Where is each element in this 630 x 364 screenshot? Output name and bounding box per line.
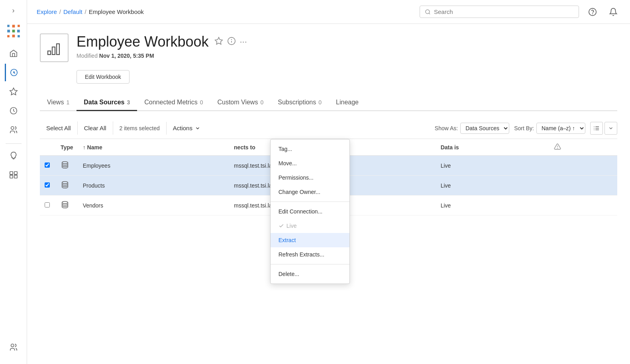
dropdown-divider-2 — [271, 264, 349, 264]
svg-point-38 — [62, 182, 68, 184]
svg-point-39 — [62, 202, 68, 204]
col-type[interactable]: Type — [56, 139, 78, 156]
svg-marker-11 — [10, 88, 17, 95]
row-name-vendors[interactable]: Vendors — [78, 196, 229, 215]
notifications-button[interactable] — [606, 5, 620, 19]
sort-by-select[interactable]: Name (a–z) ↑ — [536, 123, 585, 134]
tab-views[interactable]: Views1 — [40, 95, 77, 111]
row-data-is-vendors: Live — [436, 196, 549, 215]
breadcrumb-explore[interactable]: Explore — [37, 8, 57, 15]
sidebar-item-collections[interactable] — [5, 166, 22, 184]
favorite-icon[interactable] — [214, 37, 223, 47]
dropdown-item-change-owner[interactable]: Change Owner... — [271, 185, 349, 199]
col-data-is: Data is — [436, 139, 549, 156]
more-icon[interactable]: ··· — [240, 37, 247, 47]
sidebar-toggle[interactable]: › — [7, 4, 20, 17]
sort-by-label: Sort By: — [514, 125, 534, 131]
workbook-chart-icon — [46, 40, 62, 56]
datasource-icon — [61, 160, 69, 169]
svg-rect-22 — [48, 51, 51, 55]
svg-point-10 — [14, 72, 14, 73]
dropdown-item-refresh-extracts[interactable]: Refresh Extracts... — [271, 247, 349, 262]
dropdown-item-permissions[interactable]: Permissions... — [271, 170, 349, 185]
dropdown-item-edit-connection[interactable]: Edit Connection... — [271, 204, 349, 219]
view-icons — [590, 122, 617, 135]
search-box[interactable] — [420, 6, 579, 18]
breadcrumb-current: Employee Workbook — [89, 8, 144, 15]
actions-dropdown-menu: Tag... Move... Permissions... Change Own… — [270, 139, 350, 284]
clear-all-button[interactable]: Clear All — [78, 121, 113, 135]
show-as-select[interactable]: Data Sources — [460, 123, 509, 134]
sidebar-item-recommendations[interactable] — [5, 147, 22, 164]
svg-rect-0 — [12, 25, 15, 27]
check-icon — [279, 223, 284, 229]
svg-rect-1 — [12, 35, 15, 37]
workbook-title: Employee Workbook — [77, 33, 209, 50]
dropdown-item-delete[interactable]: Delete... — [271, 267, 349, 281]
dropdown-item-extract[interactable]: Extract — [271, 233, 349, 247]
search-input[interactable] — [434, 8, 574, 15]
row-data-is-products: Live — [436, 176, 549, 196]
row-type-products — [56, 176, 78, 196]
items-selected-count: 2 items selected — [113, 122, 167, 135]
tab-subscriptions[interactable]: Subscriptions0 — [271, 95, 329, 111]
svg-point-13 — [11, 127, 14, 129]
row-checkbox-employees[interactable] — [40, 156, 56, 176]
sidebar-item-recents[interactable] — [5, 102, 22, 119]
sidebar-item-groups[interactable] — [5, 121, 22, 139]
show-as-control: Show As: Data Sources — [435, 123, 509, 134]
tab-data-sources[interactable]: Data Sources3 — [77, 95, 137, 111]
sidebar-item-explore[interactable] — [5, 64, 22, 81]
sidebar-logo — [5, 22, 22, 40]
row-warning-products — [549, 176, 617, 196]
sort-by-control: Sort By: Name (a–z) ↑ — [514, 123, 585, 134]
svg-point-18 — [11, 344, 14, 347]
grid-view-button[interactable] — [604, 122, 617, 135]
help-button[interactable] — [585, 5, 600, 19]
dropdown-item-move[interactable]: Move... — [271, 156, 349, 170]
toolbar-right: Show As: Data Sources Sort By: Name (a–z… — [435, 122, 617, 135]
tab-connected-metrics[interactable]: Connected Metrics0 — [137, 95, 210, 111]
svg-rect-6 — [18, 25, 20, 27]
workbook-icon-box — [40, 33, 69, 62]
sidebar-item-users[interactable] — [5, 339, 22, 356]
row-name-employees[interactable]: Employees — [78, 156, 229, 176]
edit-workbook-button[interactable]: Edit Workbook — [77, 70, 130, 84]
svg-point-37 — [62, 162, 68, 164]
svg-marker-25 — [215, 37, 222, 44]
row-warning-vendors — [549, 196, 617, 215]
main-content: Explore / Default / Employee Workbook — [27, 0, 630, 364]
actions-chevron-icon — [195, 125, 200, 131]
actions-dropdown-container: Actions Tag... Move... Permissions... Ch… — [167, 121, 207, 135]
svg-rect-8 — [18, 35, 20, 37]
actions-button[interactable]: Actions — [167, 121, 207, 135]
sidebar-divider — [6, 143, 22, 144]
row-warning-employees — [549, 156, 617, 176]
svg-rect-3 — [17, 30, 20, 33]
row-checkbox-products[interactable] — [40, 176, 56, 196]
breadcrumb-sep2: / — [85, 8, 86, 15]
list-view-button[interactable] — [590, 122, 603, 135]
sidebar-item-home[interactable] — [5, 45, 22, 62]
dropdown-item-tag[interactable]: Tag... — [271, 142, 349, 156]
sidebar-item-favorites[interactable] — [5, 83, 22, 100]
data-sources-toolbar: Select All Clear All 2 items selected Ac… — [40, 117, 617, 139]
col-name[interactable]: ↑ Name — [78, 139, 229, 156]
info-icon[interactable] — [227, 37, 236, 47]
tab-lineage[interactable]: Lineage — [329, 95, 366, 111]
row-checkbox-vendors[interactable] — [40, 196, 56, 215]
tab-custom-views[interactable]: Custom Views0 — [210, 95, 271, 111]
svg-rect-2 — [7, 30, 10, 33]
row-name-products[interactable]: Products — [78, 176, 229, 196]
select-all-button[interactable]: Select All — [40, 121, 78, 135]
workbook-meta: Modified Nov 1, 2020, 5:35 PM — [77, 53, 617, 59]
svg-rect-5 — [7, 25, 10, 27]
breadcrumb-sep1: / — [59, 8, 61, 15]
dropdown-divider-1 — [271, 202, 349, 202]
tabs-bar: Views1 Data Sources3 Connected Metrics0 … — [40, 95, 617, 111]
datasource-icon — [61, 200, 69, 209]
svg-point-19 — [426, 10, 430, 14]
workbook-actions-icons: ··· — [214, 37, 247, 47]
svg-rect-16 — [10, 175, 12, 178]
breadcrumb-default[interactable]: Default — [63, 8, 82, 15]
